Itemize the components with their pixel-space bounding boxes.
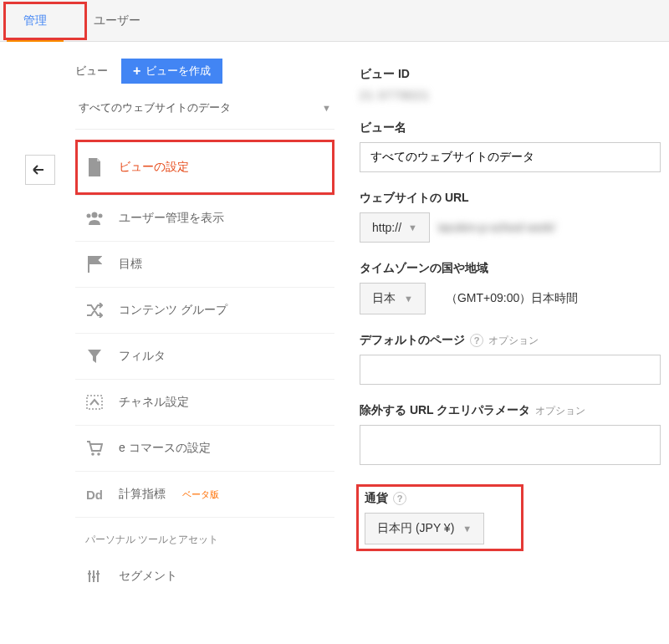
nav-item-channel[interactable]: チャネル設定	[75, 380, 334, 426]
tz-country-select[interactable]: 日本 ▼	[360, 283, 426, 314]
field-view-name: ビュー名	[360, 120, 661, 172]
field-view-id: ビュー ID 21 0779021	[360, 67, 661, 102]
tz-country-value: 日本	[372, 291, 396, 306]
nav-item-segments[interactable]: セグメント	[75, 554, 334, 599]
dd-icon: Dd	[85, 485, 104, 503]
protocol-value: http://	[372, 221, 401, 234]
currency-select[interactable]: 日本円 (JPY ¥) ▼	[365, 513, 484, 544]
chevron-down-icon: ▼	[408, 222, 417, 233]
nav-list: ビューの設定 ユーザー管理を表示 目標 コンテンツ グループ	[75, 140, 334, 518]
tab-bar: 管理 ユーザー	[0, 0, 669, 42]
nav-item-goals[interactable]: 目標	[75, 242, 334, 288]
funnel-icon	[85, 347, 104, 365]
nav-label: 目標	[119, 257, 142, 272]
default-page-input[interactable]	[360, 355, 661, 385]
url-label: ウェブサイトの URL	[360, 191, 661, 206]
nav-item-content-groups[interactable]: コンテンツ グループ	[75, 288, 334, 334]
users-icon	[85, 209, 104, 227]
beta-badge: ベータ版	[182, 488, 219, 501]
field-exclude-url: 除外する URL クエリパラメータ オプション	[360, 403, 661, 468]
tab-label: 管理	[23, 13, 47, 28]
svg-point-2	[99, 214, 103, 218]
content-area: ビュー + ビューを作成 すべてのウェブサイトのデータ ▼ ビューの設定	[0, 42, 669, 599]
channel-icon	[85, 393, 104, 411]
help-icon[interactable]: ?	[393, 492, 406, 505]
svg-rect-3	[87, 396, 102, 409]
field-timezone: タイムゾーンの国や地域 日本 ▼ （GMT+09:00）日本時間	[360, 261, 661, 314]
svg-point-4	[91, 452, 94, 456]
chevron-down-icon: ▼	[404, 294, 413, 304]
exclude-url-label: 除外する URL クエリパラメータ オプション	[360, 403, 661, 418]
nav-label: セグメント	[119, 569, 177, 584]
view-selector[interactable]: すべてのウェブサイトのデータ ▼	[75, 94, 334, 130]
tab-user[interactable]: ユーザー	[70, 0, 164, 42]
create-view-button[interactable]: + ビューを作成	[121, 59, 222, 84]
nav-item-ecommerce[interactable]: e コマースの設定	[75, 426, 334, 472]
exclude-url-input[interactable]	[360, 425, 661, 465]
segment-icon	[85, 567, 104, 585]
url-value: tacokm-p-school work/	[438, 221, 555, 234]
flag-icon	[85, 255, 104, 273]
help-icon[interactable]: ?	[470, 334, 483, 347]
currency-value: 日本円 (JPY ¥)	[377, 521, 454, 536]
svg-point-5	[97, 452, 100, 456]
view-id-value: 21 0779021	[360, 89, 661, 102]
optional-label: オプション	[488, 334, 539, 348]
nav-label: ビューの設定	[119, 160, 189, 175]
field-url: ウェブサイトの URL http:// ▼ tacokm-p-school wo…	[360, 191, 661, 243]
nav-item-settings[interactable]: ビューの設定	[75, 140, 334, 196]
default-page-label: デフォルトのページ ? オプション	[360, 333, 661, 348]
svg-point-0	[92, 212, 98, 218]
nav-label: チャネル設定	[119, 395, 189, 410]
view-header: ビュー + ビューを作成	[75, 59, 334, 84]
create-btn-label: ビューを作成	[146, 64, 211, 79]
back-arrow-icon	[32, 163, 49, 176]
nav-item-filters[interactable]: フィルタ	[75, 334, 334, 380]
cart-icon	[85, 439, 104, 457]
svg-point-1	[87, 214, 91, 218]
chevron-down-icon: ▼	[462, 524, 472, 534]
view-name-input[interactable]	[360, 142, 661, 172]
nav-item-users[interactable]: ユーザー管理を表示	[75, 196, 334, 242]
plus-icon: +	[133, 64, 140, 79]
tz-display: （GMT+09:00）日本時間	[446, 291, 578, 306]
nav-label: ユーザー管理を表示	[119, 211, 224, 226]
right-column: ビュー ID 21 0779021 ビュー名 ウェブサイトの URL http:…	[334, 59, 669, 599]
nav-list-2: セグメント	[75, 554, 334, 599]
nav-item-calc[interactable]: Dd 計算指標 ベータ版	[75, 472, 334, 518]
nav-label: フィルタ	[119, 349, 166, 364]
view-select-label: すべてのウェブサイトのデータ	[79, 100, 231, 115]
view-name-label: ビュー名	[360, 120, 661, 135]
view-id-label: ビュー ID	[360, 67, 661, 82]
field-currency: 通貨 ? 日本円 (JPY ¥) ▼	[360, 486, 493, 553]
currency-label: 通貨 ?	[365, 491, 484, 506]
shuffle-icon	[85, 301, 104, 319]
nav-label: e コマースの設定	[119, 441, 211, 456]
tab-label: ユーザー	[94, 13, 140, 28]
document-icon	[85, 158, 104, 176]
highlight-box	[75, 140, 334, 195]
back-button[interactable]	[25, 155, 55, 185]
chevron-down-icon: ▼	[322, 103, 331, 113]
protocol-select[interactable]: http:// ▼	[360, 212, 430, 243]
section-personal-title: パーソナル ツールとアセット	[75, 518, 334, 554]
tz-label: タイムゾーンの国や地域	[360, 261, 661, 276]
nav-label: 計算指標	[119, 487, 166, 502]
field-default-page: デフォルトのページ ? オプション	[360, 333, 661, 385]
optional-label: オプション	[535, 404, 585, 418]
nav-label: コンテンツ グループ	[119, 303, 227, 318]
view-label: ビュー	[75, 64, 108, 79]
left-column: ビュー + ビューを作成 すべてのウェブサイトのデータ ▼ ビューの設定	[0, 59, 334, 599]
tab-admin[interactable]: 管理	[0, 0, 70, 42]
